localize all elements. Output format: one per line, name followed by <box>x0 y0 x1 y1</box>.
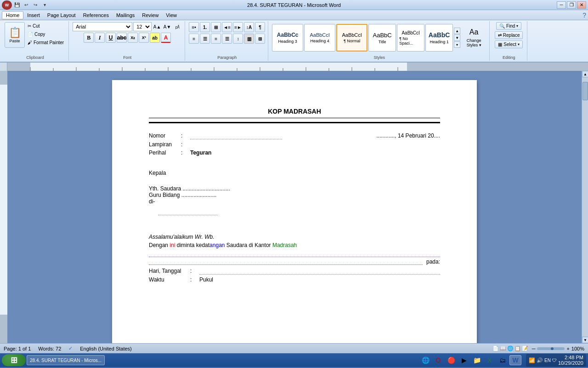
shrink-font-button[interactable]: A▼ <box>163 22 172 31</box>
web-layout-button[interactable]: 🌐 <box>507 345 514 351</box>
underline-button[interactable]: U <box>106 33 116 43</box>
increase-indent-button[interactable]: ≡► <box>233 22 243 32</box>
guru-text: Guru Bidang ....................... <box>149 192 440 198</box>
menu-mailings[interactable]: Mailings <box>113 12 138 19</box>
office-button[interactable]: W <box>2 0 12 10</box>
active-window-button[interactable]: 28.4. SURAT TEGURAN - Micros... <box>27 355 105 365</box>
copy-button[interactable]: 📄 Copy <box>26 30 66 38</box>
font-selector-row: Arial 12 A▲ A▼ ㎀ <box>73 22 182 31</box>
font-name-select[interactable]: Arial <box>73 22 132 31</box>
vertical-ruler <box>0 71 7 343</box>
close-button[interactable]: ✕ <box>577 1 586 9</box>
shading-button[interactable]: ▥ <box>244 34 254 44</box>
align-left-button[interactable]: ≡ <box>189 34 199 44</box>
style-title[interactable]: AaBbC Title <box>368 24 396 52</box>
menu-references[interactable]: References <box>79 12 113 19</box>
hari-colon: : <box>190 268 199 275</box>
styles-more[interactable]: ▾ <box>454 41 460 48</box>
grow-font-button[interactable]: A▲ <box>153 22 162 31</box>
decrease-indent-button[interactable]: ◄≡ <box>222 22 232 32</box>
change-styles-button[interactable]: Aa ChangeStyles ▾ <box>461 24 486 52</box>
status-right: 📄 📖 🌐 📋 📝 ─ + 100% <box>492 345 584 351</box>
style-heading4[interactable]: AaBbCcI Heading 4 <box>304 24 335 52</box>
bold-button[interactable]: B <box>84 33 94 43</box>
italic-button[interactable]: I <box>95 33 105 43</box>
menu-view[interactable]: View <box>162 12 181 19</box>
draft-button[interactable]: 📝 <box>522 345 528 351</box>
minimize-button[interactable]: ─ <box>557 1 566 9</box>
heading4-preview: AaBbCcI <box>310 32 329 38</box>
highlight-button[interactable]: ab <box>150 33 160 43</box>
hari-field: Hari, Tanggal : <box>149 268 440 275</box>
full-reading-button[interactable]: 📖 <box>500 345 506 351</box>
redo-button[interactable]: ↪ <box>31 1 40 9</box>
save-button[interactable]: 💾 <box>13 1 21 9</box>
scroll-down-button[interactable]: ▼ <box>582 337 588 343</box>
select-button[interactable]: ▦ Select ▾ <box>495 40 523 48</box>
assalamu-text: Assalamu'alaikum Wr. Wb. <box>149 234 440 240</box>
menu-insert[interactable]: Insert <box>23 12 44 19</box>
strikethrough-button[interactable]: abc <box>117 33 127 43</box>
style-heading1[interactable]: AaBbC Heading 1 <box>425 24 453 52</box>
borders-button[interactable]: ⊞ <box>255 34 265 44</box>
style-heading3[interactable]: AaBbCc Heading 3 <box>272 24 303 52</box>
restore-button[interactable]: ❐ <box>567 1 576 9</box>
vertical-scrollbar[interactable]: ▲ ▼ <box>582 71 588 343</box>
align-right-button[interactable]: ≡ <box>211 34 221 44</box>
menu-review[interactable]: Review <box>138 12 162 19</box>
superscript-button[interactable]: X² <box>139 33 149 43</box>
kepala-section: Kepala <box>149 170 440 176</box>
multilevel-button[interactable]: ⊞ <box>211 22 221 32</box>
style-normal[interactable]: AaBbCcI ¶ Normal <box>336 24 368 52</box>
find-button[interactable]: 🔍 Find ▾ <box>496 22 521 30</box>
zoom-thumb[interactable] <box>551 347 554 350</box>
menu-home[interactable]: Home <box>2 11 23 19</box>
font-color-button[interactable]: A <box>161 33 171 43</box>
clear-format-button[interactable]: ㎀ <box>173 22 182 31</box>
scroll-up-button[interactable]: ▲ <box>582 71 588 77</box>
ie-icon[interactable]: 🌐 <box>419 355 431 365</box>
menu-page-layout[interactable]: Page Layout <box>44 12 79 19</box>
justify-button[interactable]: ☰ <box>222 34 232 44</box>
styles-scroll-up[interactable]: ▲ <box>454 28 460 34</box>
excel-icon[interactable]: X <box>484 355 496 365</box>
sort-button[interactable]: ↕A <box>244 22 254 32</box>
outline-button[interactable]: 📋 <box>514 345 521 351</box>
chrome-icon[interactable]: 🔴 <box>445 355 457 365</box>
undo-button[interactable]: ↩ <box>22 1 30 9</box>
word-icon[interactable]: W <box>509 355 521 365</box>
spell-check-icon: ✓ <box>68 345 73 351</box>
style-no-spacing[interactable]: AaBbCcI ¶ No Spaci... <box>397 24 424 52</box>
document-scroll-area[interactable]: KOP MADRASAH Nomor : ............, 14 Pe… <box>7 71 582 343</box>
opera-icon[interactable]: O <box>432 355 444 365</box>
font-size-select[interactable]: 12 <box>133 22 152 31</box>
align-center-button[interactable]: ☰ <box>200 34 210 44</box>
zoom-slider[interactable] <box>537 347 565 350</box>
show-marks-button[interactable]: ¶ <box>255 22 265 32</box>
scroll-track[interactable] <box>582 77 588 337</box>
diminta-text: diminta kedat <box>175 242 209 248</box>
madrasah-text: Madrasah <box>271 242 297 248</box>
subscript-button[interactable]: X₂ <box>128 33 138 43</box>
system-clock: 2:48 PM 10/29/2020 <box>558 355 583 366</box>
print-layout-button[interactable]: 📄 <box>492 345 499 351</box>
status-left: Page: 1 of 1 Words: 72 ✓ English (United… <box>4 345 132 351</box>
numbering-button[interactable]: 1. <box>200 22 210 32</box>
more-button[interactable]: ▾ <box>40 1 49 9</box>
bullets-button[interactable]: ≡• <box>189 22 199 32</box>
zoom-out-button[interactable]: ─ <box>532 346 536 351</box>
line-spacing-button[interactable]: ↕ <box>233 34 243 44</box>
media-icon[interactable]: ▶ <box>458 355 470 365</box>
format-painter-button[interactable]: 🖌 Format Painter <box>26 39 66 46</box>
title-label: Title <box>379 40 386 44</box>
zoom-in-button[interactable]: + <box>566 346 569 351</box>
replace-button[interactable]: ⇄ Replace <box>495 31 523 39</box>
styles-scroll-down[interactable]: ▼ <box>454 34 460 41</box>
cut-button[interactable]: ✂ Cut <box>26 22 66 30</box>
help-button[interactable]: ? <box>582 12 586 19</box>
folder-icon[interactable]: 🗂 <box>497 355 509 365</box>
scroll-thumb[interactable] <box>582 82 588 100</box>
start-button[interactable]: ⊞ <box>2 354 26 366</box>
explorer-icon[interactable]: 📁 <box>471 355 483 365</box>
paste-button[interactable]: 📋 Paste <box>5 22 25 48</box>
